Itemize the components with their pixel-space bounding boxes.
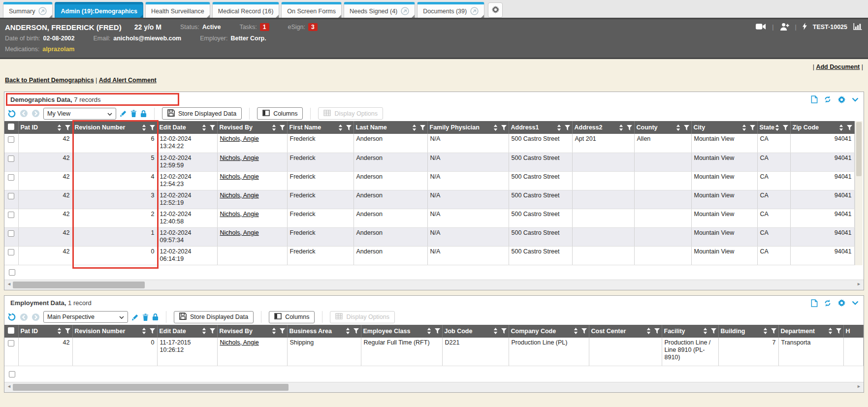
column-header[interactable]: Edit Date [157,121,217,134]
filter-icon[interactable] [750,125,755,130]
sort-icon[interactable] [346,328,350,334]
tab-on-screen-forms[interactable]: On Screen Forms [281,2,342,18]
column-header[interactable]: Address2 [572,121,634,134]
delete-trash-icon[interactable] [142,313,149,321]
filter-icon[interactable] [627,125,632,130]
vertical-scrollbar[interactable] [855,121,863,265]
sort-icon[interactable] [202,125,206,131]
sort-icon[interactable] [703,328,707,334]
row-checkbox[interactable] [9,371,15,377]
sort-icon[interactable] [493,125,498,131]
filter-icon[interactable] [711,328,716,334]
sort-icon[interactable] [57,125,62,131]
column-header[interactable]: Zip Code [790,121,854,134]
collapse-chevron-icon[interactable] [852,301,859,305]
filter-icon[interactable] [280,328,285,334]
revised-by-link[interactable]: Nichols, Angie [220,211,259,218]
filter-icon[interactable] [565,125,570,130]
settings-gear-icon[interactable] [837,95,846,104]
tab-needs-signed-4[interactable]: Needs Signed (4) [344,2,415,18]
prev-view-icon[interactable] [20,313,28,321]
sort-icon[interactable] [142,328,146,334]
view-selector[interactable]: My View [43,108,116,120]
filter-icon[interactable] [654,328,660,334]
column-header[interactable]: Revised By [217,325,287,338]
edit-pencil-icon[interactable] [131,313,139,321]
column-header[interactable]: First Name [287,121,354,134]
next-view-icon[interactable] [32,109,40,118]
filter-icon[interactable] [684,125,689,130]
popout-icon[interactable] [470,7,479,15]
video-camera-icon[interactable] [756,23,766,31]
tab-documents-39[interactable]: Documents (39) [417,2,484,18]
revised-by-link[interactable]: Nichols, Angie [220,192,259,199]
column-header[interactable]: Revision Number [72,325,157,338]
sort-icon[interactable] [574,328,578,334]
refresh-icon[interactable] [824,95,832,103]
tasks-badge[interactable]: 1 [260,23,269,31]
column-header[interactable]: Building [718,325,778,338]
next-view-icon[interactable] [32,313,40,321]
settings-gear-icon[interactable] [837,299,846,307]
column-header[interactable]: Last Name [354,121,427,134]
column-header[interactable]: Pat ID [18,325,72,338]
scroll-right-arrow-icon[interactable]: ► [857,384,861,389]
filter-icon[interactable] [581,328,587,334]
revised-by-link[interactable]: Nichols, Angie [220,339,259,346]
horizontal-scrollbar[interactable]: ◄ ► [4,280,864,290]
row-checkbox[interactable] [8,249,14,255]
sort-icon[interactable] [839,125,843,131]
esign-badge[interactable]: 3 [308,23,318,31]
row-checkbox[interactable] [8,340,14,346]
column-header[interactable]: Revised By [217,121,287,134]
filter-icon[interactable] [771,328,776,334]
add-alert-comment-link[interactable]: Add Alert Comment [99,77,157,84]
select-all-checkbox[interactable] [4,121,18,134]
add-document-link[interactable]: Add Document [816,63,860,70]
row-checkbox[interactable] [8,230,14,237]
row-checkbox[interactable] [8,174,14,181]
new-document-icon[interactable] [811,299,818,307]
column-header[interactable]: Business Area [287,325,361,338]
sort-icon[interactable] [742,125,746,131]
column-header[interactable]: Cost Center [589,325,662,338]
column-header[interactable]: State [757,121,790,134]
column-header[interactable]: Family Physician [427,121,509,134]
row-checkbox[interactable] [8,156,14,162]
filter-icon[interactable] [783,125,788,130]
sort-icon[interactable] [142,125,146,131]
view-selector[interactable]: Main Perspective [43,311,128,323]
column-header[interactable]: County [634,121,691,134]
delete-trash-icon[interactable] [130,110,137,117]
back-to-demographics-link[interactable]: Back to Patient Demographics [5,77,94,84]
revised-by-link[interactable]: Nichols, Angie [220,229,259,236]
sort-icon[interactable] [427,328,431,334]
filter-icon[interactable] [420,125,425,130]
column-header[interactable]: Company Code [509,325,589,338]
column-header[interactable]: Employee Class [361,325,442,338]
filter-icon[interactable] [847,125,852,130]
popout-icon[interactable] [38,7,47,15]
bar-chart-icon[interactable] [853,23,862,31]
scroll-left-arrow-icon[interactable]: ◄ [7,384,11,389]
scroll-left-arrow-icon[interactable]: ◄ [7,282,11,286]
column-header[interactable]: City [691,121,757,134]
sort-icon[interactable] [202,328,206,334]
sort-icon[interactable] [619,125,623,131]
sort-icon[interactable] [676,125,680,131]
filter-icon[interactable] [65,328,70,334]
prev-view-icon[interactable] [20,109,28,118]
sort-icon[interactable] [828,328,833,334]
tab-settings-gear-button[interactable] [488,2,503,18]
filter-icon[interactable] [150,125,155,130]
columns-button[interactable]: Columns [257,107,303,120]
select-all-checkbox[interactable] [4,325,18,338]
medications-value[interactable]: alprazolam [42,46,74,53]
horizontal-scrollbar[interactable]: ◄ ► [4,382,864,392]
horizontal-scrollbar-thumb[interactable] [13,282,145,288]
sort-icon[interactable] [493,328,498,334]
sort-icon[interactable] [272,328,276,334]
sort-icon[interactable] [763,328,768,334]
vertical-scrollbar-thumb[interactable] [856,122,862,176]
row-checkbox[interactable] [8,193,14,199]
